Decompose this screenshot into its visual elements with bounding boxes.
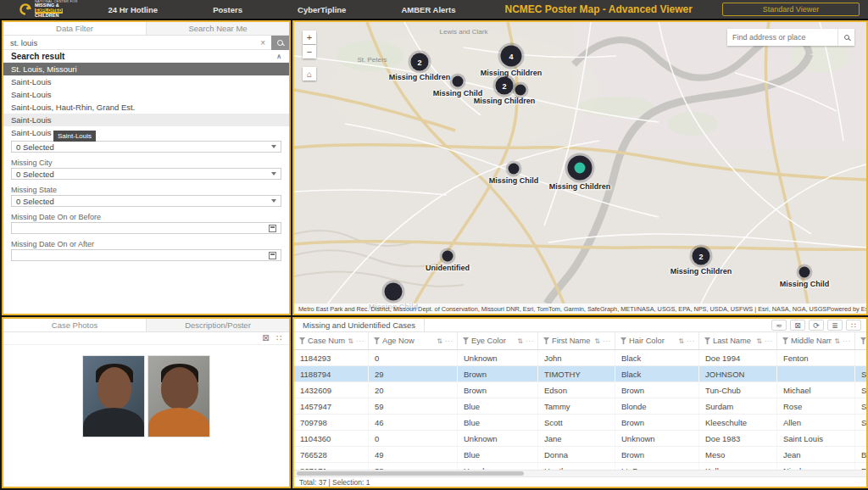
column-header-last-name[interactable]: Last Name⇅··· bbox=[699, 332, 777, 349]
standard-viewer-button[interactable]: Standard Viewer bbox=[722, 3, 860, 16]
column-name: Middle Name bbox=[791, 337, 832, 345]
search-result-item[interactable]: Saint-Louis bbox=[3, 126, 289, 139]
column-header-middle-name[interactable]: Middle Name⇅··· bbox=[777, 332, 855, 349]
table-row[interactable]: 145794759BlueTammyBlondeSurdamRoseS bbox=[294, 398, 866, 415]
chevron-down-icon bbox=[271, 172, 276, 175]
nav-cybertipline[interactable]: CyberTipline bbox=[298, 5, 346, 14]
table-cell: S bbox=[855, 382, 866, 398]
table-row[interactable]: 11043600UnknownJaneUnknownDoe 1983Saint … bbox=[294, 431, 866, 447]
column-menu-icon[interactable]: ··· bbox=[765, 338, 773, 344]
table-cell: 1184293 bbox=[294, 350, 369, 365]
clear-search-icon[interactable]: × bbox=[254, 38, 271, 47]
map-canvas[interactable]: St. PetersLewis and Clark 2Missing Child… bbox=[294, 22, 866, 314]
column-header-clipped[interactable] bbox=[855, 332, 866, 349]
table-cell: TIMOTHY bbox=[538, 366, 615, 381]
tab-data-filter[interactable]: Data Filter bbox=[3, 22, 147, 35]
search-result-item[interactable]: St. Louis, Missouri bbox=[3, 63, 289, 75]
actions-icon[interactable]: ≂ bbox=[771, 320, 787, 331]
zoom-out-button[interactable]: − bbox=[303, 45, 316, 58]
table-cell: Kleeschulte bbox=[699, 415, 777, 430]
tab-search-near-me[interactable]: Search Near Me bbox=[147, 22, 289, 35]
table-cell: Brown bbox=[615, 415, 699, 430]
table-row[interactable]: 11842930UnknownJohnBlackDoe 1994Fenton bbox=[294, 350, 866, 366]
table-cell bbox=[777, 366, 855, 381]
table-cell: Black bbox=[615, 366, 699, 381]
table-row[interactable]: 118879429BrownTIMOTHYBlackJOHNSONS bbox=[294, 366, 866, 382]
table-cell: Donna bbox=[538, 447, 615, 462]
tab-missing-unidentified-cases[interactable]: Missing and Unidentified Cases bbox=[294, 319, 425, 331]
filter-search-input[interactable] bbox=[3, 36, 254, 49]
table-row[interactable]: 70979846BlueScottBrownKleeschulteAllenS bbox=[294, 415, 866, 431]
calendar-icon[interactable] bbox=[269, 225, 276, 232]
top-header: NATIONAL CENTER FOR MISSING & EXPLOITED … bbox=[0, 0, 868, 20]
sort-icon[interactable]: ⇅ bbox=[594, 337, 600, 345]
table-cell: JOHNSON bbox=[699, 366, 777, 381]
case-photo-younger[interactable] bbox=[82, 355, 145, 437]
sort-icon[interactable]: ⇅ bbox=[517, 337, 523, 345]
nav-amber-alerts[interactable]: AMBER Alerts bbox=[401, 5, 455, 14]
calendar-icon[interactable] bbox=[269, 252, 276, 259]
table-cell: Doe 1983 bbox=[699, 431, 777, 446]
home-button[interactable]: ⌂ bbox=[303, 67, 316, 81]
column-filter-icon bbox=[543, 337, 549, 344]
marker-label: Missing Children bbox=[481, 69, 542, 77]
zoom-in-button[interactable]: + bbox=[303, 31, 316, 44]
search-result-item[interactable]: Saint-Louis bbox=[3, 114, 289, 126]
grid-icon[interactable]: ∷ bbox=[846, 320, 861, 331]
ncmec-logo[interactable]: NATIONAL CENTER FOR MISSING & EXPLOITED … bbox=[19, 0, 77, 18]
search-result-item[interactable]: Saint-Louis bbox=[3, 88, 289, 101]
clear-selection-icon[interactable]: ⊠ bbox=[262, 334, 269, 342]
search-button[interactable] bbox=[271, 36, 289, 50]
photo-shirt bbox=[148, 408, 209, 437]
column-menu-icon[interactable]: ··· bbox=[445, 338, 453, 344]
tab-case-photos[interactable]: Case Photos bbox=[3, 319, 147, 331]
search-result-header[interactable]: Search result ∧ bbox=[3, 50, 289, 63]
sort-icon[interactable]: ⇅ bbox=[437, 337, 442, 345]
column-menu-icon[interactable]: ··· bbox=[526, 338, 534, 344]
scrollbar-thumb[interactable] bbox=[297, 471, 524, 476]
map-find-input[interactable] bbox=[727, 33, 837, 42]
tab-description-poster[interactable]: Description/Poster bbox=[147, 319, 289, 331]
column-menu-icon[interactable]: ··· bbox=[843, 338, 851, 344]
field-select[interactable]: 0 Selected bbox=[11, 195, 281, 207]
sort-icon[interactable]: ⇅ bbox=[678, 337, 684, 345]
marker-circle: 4 bbox=[501, 46, 522, 67]
filter-icon[interactable]: ≣ bbox=[827, 320, 843, 331]
field-date-input[interactable] bbox=[11, 249, 281, 261]
table-row[interactable]: 76652849BlueDonnaBrownMesoJeanB bbox=[294, 447, 866, 463]
table-cell: R bbox=[855, 463, 866, 470]
refresh-icon[interactable]: ⟳ bbox=[809, 320, 824, 331]
map-find-box bbox=[727, 29, 854, 46]
column-menu-icon[interactable]: ··· bbox=[603, 338, 611, 344]
clear-selection-icon[interactable]: ⊠ bbox=[790, 320, 805, 331]
column-header-case-number[interactable]: Case Number⇅··· bbox=[294, 332, 369, 349]
sort-icon[interactable]: ⇅ bbox=[834, 337, 840, 345]
table-cell bbox=[855, 431, 866, 446]
search-result-item[interactable]: Saint-Louis, Haut-Rhin, Grand Est. bbox=[3, 101, 289, 114]
table-row[interactable]: 86717138HazelHeatherLt. BrownKullomNicol… bbox=[294, 463, 866, 470]
column-header-first-name[interactable]: First Name⇅··· bbox=[538, 332, 615, 349]
field-select[interactable]: 0 Selected bbox=[11, 168, 281, 180]
column-filter-icon bbox=[620, 337, 626, 344]
horizontal-scrollbar[interactable] bbox=[294, 470, 866, 476]
nav-posters[interactable]: Posters bbox=[213, 5, 242, 14]
column-header-eye-color[interactable]: Eye Color⇅··· bbox=[458, 332, 538, 349]
field-select[interactable]: 0 Selected bbox=[11, 141, 281, 153]
column-filter-icon bbox=[374, 337, 380, 344]
field-date-input[interactable] bbox=[11, 222, 281, 234]
attribution-text: Metro East Park and Rec. District, Misso… bbox=[298, 305, 826, 313]
column-header-hair-color[interactable]: Hair Color⇅··· bbox=[615, 332, 699, 349]
sort-icon[interactable]: ⇅ bbox=[756, 337, 762, 345]
sort-icon[interactable]: ⇅ bbox=[348, 337, 353, 345]
column-header-age-now[interactable]: Age Now⇅··· bbox=[369, 332, 458, 349]
column-menu-icon[interactable]: ··· bbox=[356, 338, 364, 344]
table-row[interactable]: 143260920BrownEdsonBrownTun-ChubMichaelS bbox=[294, 382, 866, 398]
search-result-item[interactable]: Saint-Louis bbox=[3, 75, 289, 88]
grid-icon[interactable]: ∷ bbox=[276, 334, 281, 342]
column-menu-icon[interactable]: ··· bbox=[687, 338, 695, 344]
field-label: Missing State bbox=[11, 186, 281, 195]
map-search-button[interactable] bbox=[837, 29, 854, 46]
case-photo-age-progressed[interactable] bbox=[147, 355, 210, 437]
nav-24-hr-hotline[interactable]: 24 Hr Hotline bbox=[108, 5, 158, 14]
table-cell: S bbox=[855, 366, 866, 381]
